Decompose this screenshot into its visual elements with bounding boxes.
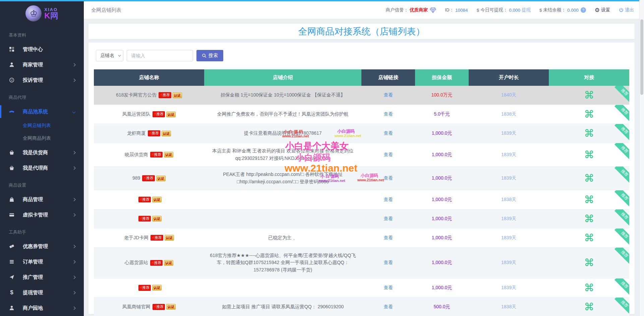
view-link[interactable]: 查看	[384, 111, 393, 118]
sidebar-item-我是代理商[interactable]: 我是代理商	[0, 160, 84, 176]
connect-cell: ⌘	[549, 105, 629, 124]
connect-icon[interactable]: ⌘	[584, 258, 594, 268]
sidebar-item-我是供货商[interactable]: 我是供货商	[0, 145, 84, 160]
sidebar-item-label: 商户园地	[23, 305, 43, 311]
account-age: 1839天	[501, 151, 516, 159]
sidebar-item-推广管理[interactable]: 推广管理	[0, 269, 84, 285]
sidebar-item-label: 我是代理商	[23, 165, 48, 171]
connect-icon[interactable]: ⌘	[584, 214, 594, 224]
sidebar-item-商户园地[interactable]: 商户园地	[0, 300, 84, 316]
account-age: 1839天	[501, 284, 516, 292]
view-link[interactable]: 查看	[384, 284, 393, 292]
thumb-up-icon: ☝	[140, 285, 142, 290]
settings-button[interactable]: ⚙ 设置	[595, 7, 610, 13]
shop-link-cell: 查看	[361, 190, 415, 209]
view-link[interactable]: 查看	[384, 196, 393, 203]
table-row: 晓晨供货商☝推荐认证本店主卖 和评金鹰 王者农药的项目 欢迎各位前来对接 价格肯…	[94, 143, 629, 167]
logout-button[interactable]: 退出	[619, 7, 634, 13]
scrollbar[interactable]	[639, 0, 644, 316]
search-input[interactable]	[127, 50, 193, 61]
sidebar-item-优惠券管理[interactable]: 优惠券管理	[0, 239, 84, 254]
connect-cell: ⌘	[549, 190, 629, 209]
user-icon	[9, 62, 15, 67]
verified-badge: 认证	[152, 216, 162, 222]
view-link[interactable]: 查看	[384, 91, 393, 99]
verified-badge: 认证	[152, 197, 162, 202]
view-link[interactable]: 查看	[384, 259, 393, 266]
table-body: 618发卡网官方公告☝推荐认证担保金额 1元=100保证金 10元=1000保证…	[94, 86, 629, 316]
table-row: 989☝推荐认证PEAK王者 http://peaknb.cccpan.com/…	[94, 167, 629, 190]
sidebar-subitem-全网商品列表[interactable]: 全网商品列表	[0, 132, 84, 145]
table-row: ☝推荐认证查看1,000.0元1839天⌘推荐	[94, 278, 629, 298]
shop-name: 龙虾商厦	[127, 130, 146, 137]
sidebar-section-label: 工具助手	[0, 223, 84, 239]
sidebar-subitem-全网店铺列表[interactable]: 全网店铺列表	[0, 119, 84, 132]
app: ♔ XIAO K网 基本资料管理中心商家管理投诉管理商品代理商品池系统全网店铺列…	[0, 0, 644, 316]
account-age-cell: 1839天	[469, 167, 549, 190]
view-link[interactable]: 查看	[384, 234, 393, 242]
sidebar-item-商品管理[interactable]: 商品管理	[0, 192, 84, 207]
frown-icon	[9, 77, 15, 83]
connect-icon[interactable]: ⌘	[584, 233, 594, 243]
table-row: 老于JD卡网☝推荐认证已稳定为主 、查看1,000.0元1839天⌘推荐	[94, 229, 629, 248]
connect-icon[interactable]: ⌘	[584, 90, 594, 100]
account-age-cell: 1839天	[469, 229, 549, 247]
table-row: 凤凰商铺官网☝推荐认证如需上架项目 推广项目 请联系凤凰运营QQ： 290601…	[94, 298, 629, 316]
connect-icon[interactable]: ⌘	[584, 283, 594, 293]
sidebar-item-label: 虚拟卡管理	[23, 212, 48, 218]
guarantee-amount-cell: 1,000.0元	[415, 248, 469, 278]
thumb-up-icon: ☝	[152, 260, 154, 265]
withdrawable-value: 0.000	[509, 8, 520, 13]
recommend-badge: ☝推荐	[138, 216, 151, 222]
account-age-cell: 1838天	[469, 105, 549, 124]
logo[interactable]: ♔ XIAO K网	[0, 1, 84, 25]
connect-icon[interactable]: ⌘	[584, 109, 594, 119]
shop-name: 凤凰运营团队	[122, 111, 151, 118]
merchant-credit: 商户信誉： 优质商家	[386, 7, 436, 13]
sidebar-item-管理中心[interactable]: 管理中心	[0, 42, 84, 57]
card-icon	[9, 212, 15, 217]
shop-link-cell: 查看	[361, 124, 415, 143]
sidebar-item-提现管理[interactable]: $提现管理	[0, 285, 84, 300]
guarantee-amount-cell: 1,000.0元	[415, 278, 469, 297]
help-icon[interactable]: ?	[581, 7, 586, 13]
view-link[interactable]: 查看	[384, 151, 393, 159]
view-link[interactable]: 查看	[384, 215, 393, 223]
connect-icon[interactable]: ⌘	[584, 302, 594, 312]
sidebar-section-label: 基本资料	[0, 25, 84, 42]
col-header-guarantee: 担保金额	[415, 69, 469, 86]
bag-icon	[9, 197, 15, 202]
search-type-select[interactable]: 店铺名	[96, 50, 123, 61]
sidebar-section-label: 商品设置	[0, 176, 84, 192]
view-link[interactable]: 查看	[384, 175, 393, 182]
withdraw-link[interactable]: 提现	[522, 7, 531, 13]
guarantee-amount: 1,000.0元	[432, 215, 452, 223]
shop-intro-cell: 担保金额 1元=100保证金 10元=1000保证金 【保证金不退】	[204, 86, 362, 105]
chevron-down-icon	[118, 54, 121, 56]
guarantee-amount: 1,000.0元	[432, 196, 452, 203]
thumb-up-icon: ☝	[140, 197, 142, 202]
sidebar-item-商品池系统[interactable]: 商品池系统	[0, 104, 84, 119]
view-link[interactable]: 查看	[384, 130, 393, 137]
connect-icon[interactable]: ⌘	[584, 128, 594, 138]
table-row: 618发卡网官方公告☝推荐认证担保金额 1元=100保证金 10元=1000保证…	[94, 86, 629, 105]
sidebar-item-投诉管理[interactable]: 投诉管理	[0, 72, 84, 88]
list-icon	[9, 259, 15, 264]
chevron-right-icon	[72, 275, 76, 279]
scrollbar-thumb[interactable]	[640, 19, 643, 95]
send-icon	[9, 274, 15, 280]
thumb-up-icon: ☝	[140, 216, 142, 221]
dollar-icon: $	[539, 8, 542, 13]
diamond-icon	[429, 7, 436, 13]
connect-icon[interactable]: ⌘	[584, 150, 594, 160]
account-age-cell: 1839天	[469, 248, 549, 278]
connect-icon[interactable]: ⌘	[584, 195, 594, 205]
connect-icon[interactable]: ⌘	[584, 173, 594, 183]
view-link[interactable]: 查看	[384, 303, 393, 311]
sidebar-item-商家管理[interactable]: 商家管理	[0, 57, 84, 72]
handshake-icon	[9, 109, 15, 114]
sidebar-item-虚拟卡管理[interactable]: 虚拟卡管理	[0, 207, 84, 223]
shop-link-cell: 查看	[361, 86, 415, 105]
search-button[interactable]: 搜索	[196, 50, 223, 61]
sidebar-item-订单管理[interactable]: 订单管理	[0, 254, 84, 269]
